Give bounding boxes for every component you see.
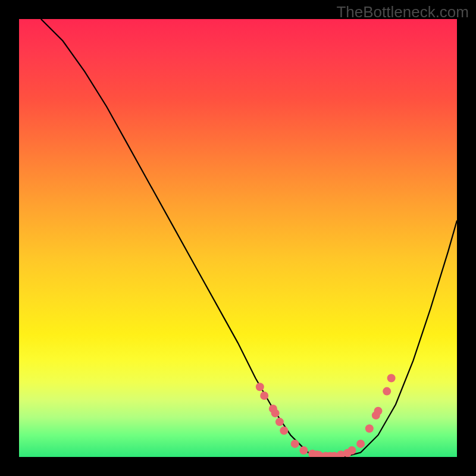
data-marker [374,407,383,415]
data-marker [383,387,391,396]
data-marker [387,374,396,383]
data-marker [271,409,280,417]
curve-svg [19,19,457,457]
data-marker [365,424,374,433]
data-marker [260,392,268,400]
data-marker [256,383,264,391]
bottleneck-curve-line [41,19,457,457]
data-marker [291,440,299,448]
plot-area [19,19,457,457]
data-marker [280,427,288,435]
data-marker [347,446,356,455]
watermark-text: TheBottleneck.com [336,3,469,21]
data-markers [256,374,396,458]
data-marker [275,418,284,426]
curve-group [41,19,457,457]
data-marker [299,446,308,455]
data-marker [356,440,365,448]
chart-container: TheBottleneck.com [0,0,476,476]
